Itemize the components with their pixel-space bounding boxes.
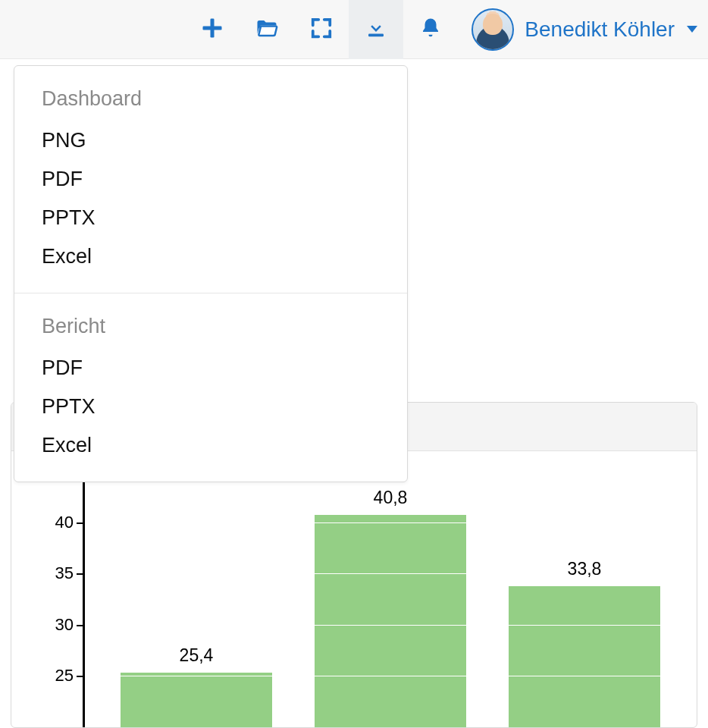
open-button[interactable] bbox=[240, 0, 294, 59]
download-icon bbox=[365, 17, 387, 42]
y-tick-label: 30 bbox=[55, 615, 74, 635]
dropdown-heading: Dashboard bbox=[14, 78, 407, 121]
y-tick-mark bbox=[77, 676, 84, 677]
dropdown-item-png[interactable]: PNG bbox=[14, 121, 407, 160]
dropdown-section-bericht: Bericht PDF PPTX Excel bbox=[14, 293, 407, 482]
plus-icon bbox=[201, 17, 224, 42]
y-tick-label: 40 bbox=[55, 513, 74, 532]
chart-bars: 25,440,833,8 bbox=[99, 471, 681, 727]
y-tick-mark bbox=[77, 522, 84, 524]
bar-value-label: 33,8 bbox=[568, 559, 602, 579]
dropdown-item-pptx[interactable]: PPTX bbox=[14, 199, 407, 237]
bar-value-label: 25,4 bbox=[180, 645, 214, 666]
dropdown-item-excel[interactable]: Excel bbox=[14, 237, 407, 276]
dropdown-section-dashboard: Dashboard PNG PDF PPTX Excel bbox=[14, 66, 407, 293]
dropdown-item-pdf[interactable]: PDF bbox=[14, 160, 407, 199]
y-tick-label: 25 bbox=[55, 666, 74, 686]
username-label: Benedikt Köhler bbox=[525, 17, 675, 42]
y-axis-line bbox=[83, 471, 85, 727]
y-tick-mark bbox=[77, 625, 84, 626]
folder-open-icon bbox=[255, 17, 278, 42]
toolbar: Benedikt Köhler bbox=[0, 0, 708, 59]
y-tick-label: 35 bbox=[55, 563, 74, 583]
bar-chart: 2530354045 25,440,833,8 bbox=[39, 471, 681, 727]
bar: 40,8 bbox=[315, 514, 466, 727]
download-button[interactable] bbox=[349, 0, 403, 59]
chevron-down-icon bbox=[687, 26, 697, 33]
fullscreen-button[interactable] bbox=[294, 0, 349, 59]
download-dropdown: Dashboard PNG PDF PPTX Excel Bericht PDF… bbox=[14, 65, 408, 482]
dropdown-item-excel[interactable]: Excel bbox=[14, 426, 407, 465]
avatar bbox=[471, 8, 514, 51]
svg-rect-1 bbox=[203, 26, 222, 30]
y-tick-mark bbox=[77, 573, 84, 575]
bar: 33,8 bbox=[509, 585, 660, 727]
dropdown-heading: Bericht bbox=[14, 306, 407, 349]
bar-value-label: 40,8 bbox=[374, 488, 408, 508]
svg-rect-2 bbox=[368, 33, 384, 36]
user-menu[interactable]: Benedikt Köhler bbox=[458, 8, 703, 51]
dropdown-item-pdf[interactable]: PDF bbox=[14, 349, 407, 388]
y-axis: 2530354045 bbox=[39, 471, 83, 727]
dropdown-item-pptx[interactable]: PPTX bbox=[14, 388, 407, 426]
bar: 25,4 bbox=[121, 672, 272, 727]
expand-icon bbox=[310, 17, 333, 42]
notifications-button[interactable] bbox=[403, 0, 458, 59]
add-button[interactable] bbox=[185, 0, 240, 59]
bell-icon bbox=[419, 17, 442, 42]
